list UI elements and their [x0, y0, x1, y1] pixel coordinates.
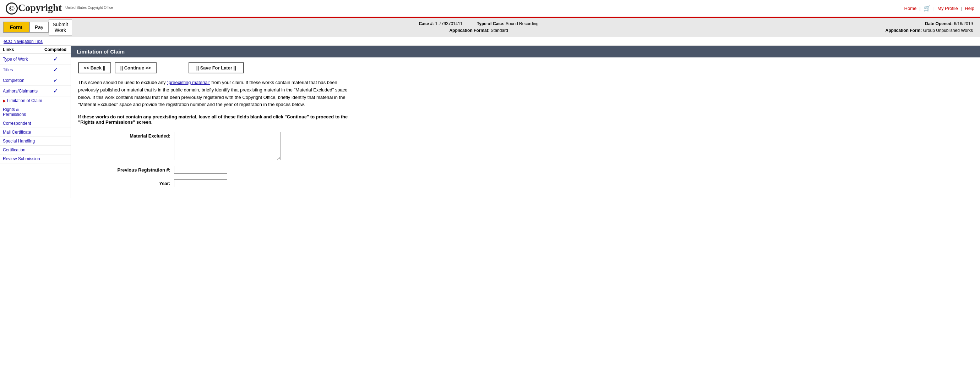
sidebar-item-special-handling[interactable]: Special Handling: [0, 137, 71, 146]
submit-work-tab[interactable]: SubmitWork: [49, 19, 72, 35]
copyright-circle: ©: [6, 3, 18, 14]
sidebar-item-titles[interactable]: Titles✓: [0, 65, 71, 75]
sidebar-link-9[interactable]: Certification: [3, 147, 43, 152]
content-area: Limitation of Claim << Back || || Contin…: [71, 46, 980, 198]
content-inner: << Back || || Continue >> || Save For La…: [71, 57, 980, 198]
nav-home-link[interactable]: Home: [904, 6, 917, 11]
nav-my-profile-link[interactable]: My Profile: [937, 6, 958, 11]
nav-buttons: << Back || || Continue >> || Save For La…: [78, 62, 973, 73]
page-header: ©Copyright United States Copyright Offic…: [0, 0, 980, 18]
sidebar-link-8[interactable]: Special Handling: [3, 139, 43, 144]
sidebar-item-authors-claimants[interactable]: Authors/Claimants✓: [0, 86, 71, 97]
sidebar-link-10[interactable]: Review Submission: [3, 156, 43, 161]
back-button[interactable]: << Back ||: [78, 62, 111, 73]
sidebar: Links Completed Type of Work✓Titles✓Comp…: [0, 46, 71, 198]
case-number: Case #: 1-7793701411: [418, 21, 462, 27]
logo: ©Copyright: [6, 2, 62, 14]
sidebar-item-completion[interactable]: Completion✓: [0, 75, 71, 86]
material-excluded-row: Material Excluded:: [78, 132, 973, 160]
sidebar-links-header: Links: [3, 47, 43, 52]
description-text: This screen should be used to exclude an…: [78, 79, 355, 108]
sidebar-item-type-of-work[interactable]: Type of Work✓: [0, 54, 71, 65]
case-info: Case #: 1-7793701411 Type of Case: Sound…: [72, 21, 886, 34]
previous-registration-input[interactable]: [174, 166, 227, 174]
application-format: Application Format: Standard: [449, 27, 508, 34]
sidebar-link-0[interactable]: Type of Work: [3, 57, 43, 62]
sidebar-link-7[interactable]: Mail Certificate: [3, 130, 43, 134]
sidebar-link-5[interactable]: Rights & Permissions: [3, 107, 43, 117]
sidebar-completed-header: Completed: [43, 47, 68, 52]
bold-instruction: If these works do not contain any preexi…: [78, 114, 355, 125]
sidebar-item-limitation-of-claim[interactable]: Limitation of Claim: [0, 97, 71, 105]
continue-button[interactable]: || Continue >>: [115, 62, 157, 73]
nav-separator2: |: [934, 6, 935, 11]
nav-separator3: |: [961, 6, 962, 11]
logo-area: ©Copyright United States Copyright Offic…: [6, 2, 113, 14]
sidebar-check-2: ✓: [43, 77, 68, 84]
logo-subtitle: United States Copyright Office: [65, 6, 113, 9]
nav-separator: |: [919, 6, 920, 11]
material-excluded-input[interactable]: [174, 132, 280, 160]
sidebar-items-list: Type of Work✓Titles✓Completion✓Authors/C…: [0, 54, 71, 163]
toolbar: Form Pay SubmitWork Case #: 1-7793701411…: [0, 18, 980, 37]
sidebar-item-mail-certificate[interactable]: Mail Certificate: [0, 128, 71, 137]
year-label: Year:: [99, 179, 170, 186]
sidebar-link-1[interactable]: Titles: [3, 67, 43, 72]
form-tab[interactable]: Form: [3, 22, 29, 33]
eco-nav-tips-bar: eCO Navigation Tips: [0, 37, 980, 46]
eco-nav-tips-link[interactable]: eCO Navigation Tips: [3, 39, 43, 44]
nav-help-link[interactable]: Help: [965, 6, 974, 11]
sidebar-link-4[interactable]: Limitation of Claim: [7, 98, 43, 103]
type-of-case: Type of Case: Sound Recording: [477, 21, 539, 27]
sidebar-item-rights---permissions[interactable]: Rights & Permissions: [0, 105, 71, 119]
top-nav: Home | 🛒 | My Profile | Help: [904, 5, 974, 12]
preexisting-material-link[interactable]: "preexisting material": [167, 80, 210, 85]
year-row: Year:: [78, 179, 973, 187]
save-for-later-button[interactable]: || Save For Later ||: [189, 62, 244, 73]
sidebar-link-3[interactable]: Authors/Claimants: [3, 89, 43, 93]
sidebar-check-3: ✓: [43, 87, 68, 94]
sidebar-link-2[interactable]: Completion: [3, 78, 43, 83]
sidebar-check-1: ✓: [43, 66, 68, 73]
sidebar-check-0: ✓: [43, 55, 68, 62]
year-input[interactable]: [174, 179, 227, 187]
material-excluded-label: Material Excluded:: [99, 132, 170, 139]
previous-registration-row: Previous Registration #:: [78, 166, 973, 174]
sidebar-header: Links Completed: [0, 46, 71, 54]
sidebar-link-6[interactable]: Correspondent: [3, 121, 43, 126]
sidebar-item-certification[interactable]: Certification: [0, 146, 71, 155]
sidebar-item-review-submission[interactable]: Review Submission: [0, 155, 71, 163]
section-title: Limitation of Claim: [71, 46, 980, 57]
sidebar-item-correspondent[interactable]: Correspondent: [0, 119, 71, 128]
pay-tab[interactable]: Pay: [29, 22, 49, 33]
cart-icon[interactable]: 🛒: [924, 5, 931, 12]
case-info-right: Date Opened: 6/16/2019 Application Form:…: [885, 21, 980, 34]
main-layout: Links Completed Type of Work✓Titles✓Comp…: [0, 46, 980, 198]
previous-registration-label: Previous Registration #:: [99, 166, 170, 172]
